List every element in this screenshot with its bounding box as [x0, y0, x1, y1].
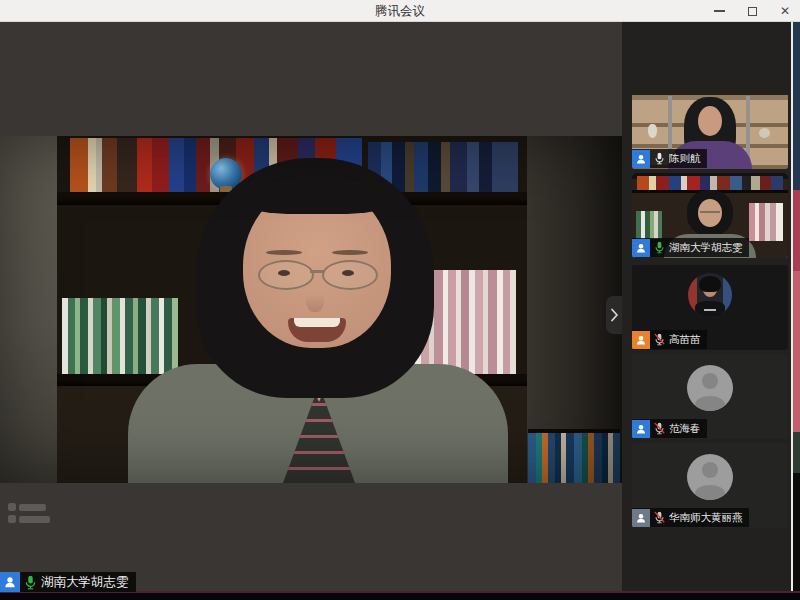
silhouette-head	[702, 373, 718, 389]
chevron-right-icon	[610, 307, 619, 323]
member-avatar-icon	[632, 150, 650, 168]
collapse-sidebar-button[interactable]	[606, 296, 622, 334]
participant-name: 华南师大黄丽燕	[669, 511, 743, 525]
person-hair	[699, 276, 721, 292]
silhouette-avatar	[687, 365, 733, 411]
speaker-name-badge: 湖南大学胡志雯	[0, 572, 136, 592]
participant-badge: 华南师大黄丽燕	[632, 508, 749, 527]
silhouette-shoulders	[695, 396, 725, 411]
participant-name: 范海春	[669, 422, 701, 436]
participant-badge: 高苗苗	[632, 330, 707, 349]
title-bar[interactable]: 腾讯会议 ✕	[0, 0, 800, 22]
member-avatar-icon	[632, 331, 650, 349]
watermark-bar	[19, 516, 50, 523]
tencent-meeting-window: 腾讯会议 ✕	[0, 0, 800, 600]
mic-speaking-icon	[24, 575, 37, 590]
left-shelf-books	[636, 211, 662, 239]
participant-tile[interactable]: 华南师大黄丽燕	[632, 443, 788, 528]
participant-tile-active-speaker[interactable]: 湖南大学胡志雯	[632, 173, 788, 258]
background-window-edge	[793, 22, 800, 600]
member-avatar-icon	[632, 420, 650, 438]
person-face	[698, 199, 722, 227]
participant-name: 陈则航	[669, 152, 701, 166]
window-title: 腾讯会议	[0, 0, 800, 22]
mic-muted-icon	[654, 511, 665, 524]
silhouette-head	[702, 462, 718, 478]
background-window-bottom-edge	[0, 591, 800, 600]
silhouette-avatar	[687, 454, 733, 500]
vase-ornament	[648, 124, 657, 138]
video-vignette	[0, 136, 622, 483]
participant-tile[interactable]: 陈则航	[632, 84, 788, 169]
mic-speaking-icon	[654, 241, 665, 254]
avatar-photo-circle	[688, 273, 732, 317]
participant-tile[interactable]: 范海春	[632, 354, 788, 439]
watermark-icons	[8, 503, 50, 527]
member-avatar-icon	[632, 509, 650, 527]
shirt-text	[704, 309, 716, 311]
member-avatar-icon	[632, 239, 650, 257]
main-video-feed[interactable]	[0, 136, 622, 483]
main-stage: 湖南大学胡志雯	[0, 22, 622, 600]
close-button[interactable]: ✕	[778, 4, 792, 18]
participant-badge: 湖南大学胡志雯	[632, 238, 749, 257]
person-face	[698, 106, 722, 136]
participant-name: 高苗苗	[669, 333, 701, 347]
watermark-bar	[19, 504, 46, 511]
top-shelf-books	[637, 176, 783, 190]
mic-muted-icon	[654, 422, 665, 435]
silhouette-shoulders	[695, 485, 725, 500]
minimize-button[interactable]	[712, 4, 726, 18]
speaker-name: 湖南大学胡志雯	[41, 574, 129, 591]
list-icon	[8, 515, 16, 523]
list-icon	[8, 503, 16, 511]
maximize-button[interactable]	[745, 4, 759, 18]
participant-badge: 范海春	[632, 419, 707, 438]
participant-badge: 陈则航	[632, 149, 707, 168]
vase-ornament	[759, 128, 770, 138]
participants-sidebar: 陈则航 湖南大学胡志雯	[622, 22, 793, 600]
participant-tile[interactable]: 高苗苗	[632, 265, 788, 350]
mic-muted-icon	[654, 333, 665, 346]
participant-name: 湖南大学胡志雯	[669, 241, 743, 255]
glasses	[700, 211, 720, 213]
right-shelf-books	[749, 203, 783, 241]
member-avatar-icon	[0, 572, 20, 592]
mic-on-icon	[654, 152, 665, 165]
